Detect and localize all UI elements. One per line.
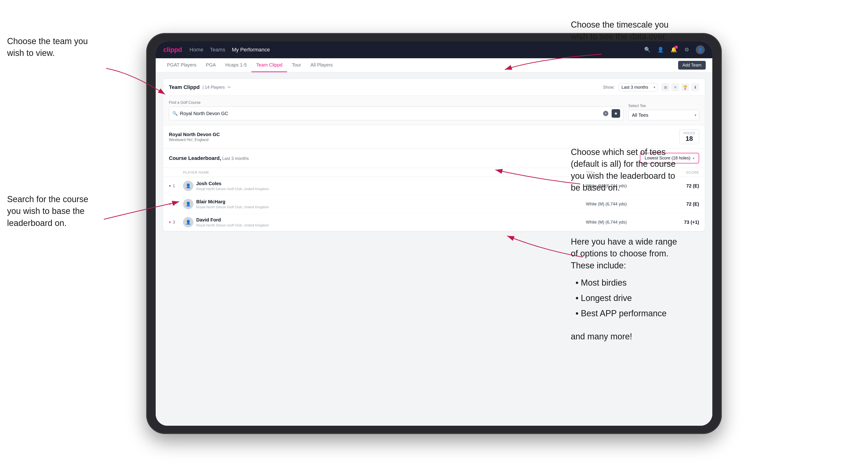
annotation-score-options: Here you have a wide range of options to… <box>571 236 677 342</box>
holes-label: Holes <box>683 131 695 135</box>
edit-icon[interactable]: ✏ <box>228 85 231 90</box>
search-row: Find a Golf Course 🔍 ✕ ★ Select Tee <box>169 100 699 120</box>
tee-cell-2: White (M) (6,744 yds) <box>586 201 657 207</box>
show-select[interactable]: Last 3 months Last 6 months Last 12 mont… <box>618 83 658 91</box>
course-result-location: Westward Ho!, England <box>169 138 220 142</box>
tablet-shell: clippd Home Teams My Performance 🔍 👤 🔔 1… <box>146 33 722 434</box>
player-info-2: Blair McHarg Royal North Devon Golf Club… <box>196 199 269 209</box>
player-club-3: Royal North Devon Golf Club, United King… <box>196 223 269 227</box>
sub-nav-hcaps[interactable]: Hcaps 1-5 <box>220 58 251 72</box>
player-club-2: Royal North Devon Golf Club, United King… <box>196 205 269 209</box>
player-info-1: Josh Coles Royal North Devon Golf Club, … <box>196 181 269 191</box>
sub-nav-all-players[interactable]: All Players <box>306 58 337 72</box>
find-course-label: Find a Golf Course <box>169 100 624 105</box>
score-cell-2: 72 (E) <box>657 201 699 207</box>
player-cell-1: 👤 Josh Coles Royal North Devon Golf Club… <box>183 181 586 191</box>
settings-icon[interactable]: ⚙ <box>683 45 691 54</box>
sub-navbar: PGAT Players PGA Hcaps 1-5 Team Clippd T… <box>156 58 712 72</box>
annotation-team-view: Choose the team you wish to view. <box>7 35 88 59</box>
player-name-1: Josh Coles <box>196 181 269 186</box>
navbar-icons: 🔍 👤 🔔 1 ⚙ 👤 <box>643 45 705 54</box>
search-magnifier-icon: 🔍 <box>173 111 178 116</box>
player-cell-2: 👤 Blair McHarg Royal North Devon Golf Cl… <box>183 199 586 209</box>
table-row: ♥ 3 👤 David Ford Royal North Devon Golf … <box>163 213 705 231</box>
search-icon[interactable]: 🔍 <box>643 45 651 54</box>
player-avatar-2: 👤 <box>183 199 193 209</box>
sub-nav-pgat[interactable]: PGAT Players <box>162 58 201 72</box>
team-info: Team Clippd | 14 Players ✏ <box>169 84 231 90</box>
heart-icon: ♥ <box>169 202 171 206</box>
heart-icon: ♥ <box>169 184 171 188</box>
bullet-birdies: • Most birdies <box>576 275 677 290</box>
player-club-1: Royal North Devon Golf Club, United King… <box>196 187 269 191</box>
nav-teams[interactable]: Teams <box>210 46 225 54</box>
view-icons: ⊞ ≡ 🏆 ⬇ <box>661 83 699 91</box>
nav-home[interactable]: Home <box>189 46 203 54</box>
list-view-button[interactable]: ≡ <box>671 83 679 91</box>
player-avatar-1: 👤 <box>183 181 193 191</box>
bell-icon[interactable]: 🔔 1 <box>670 45 678 54</box>
trophy-view-button[interactable]: 🏆 <box>681 83 689 91</box>
course-result-info: Royal North Devon GC Westward Ho!, Engla… <box>169 132 220 142</box>
search-section: Find a Golf Course 🔍 ✕ ★ Select Tee <box>163 96 705 125</box>
rank-number-2: 1 <box>173 201 175 207</box>
leaderboard-title: Course Leaderboard, <box>169 155 221 161</box>
tee-cell-3: White (M) (6,744 yds) <box>586 220 657 225</box>
add-team-button[interactable]: Add Team <box>678 61 706 69</box>
bullet-drive: • Longest drive <box>576 290 677 306</box>
col-rank-header <box>169 170 183 174</box>
chevron-down-icon: ▾ <box>693 156 694 160</box>
annotation-course-search: Search for the course you wish to base t… <box>7 193 88 229</box>
col-player-header: PLAYER NAME <box>183 170 586 174</box>
sub-nav-tour[interactable]: Tour <box>287 58 306 72</box>
tee-select-group: Select Tee All Tees White (M) Yellow (M)… <box>628 104 699 120</box>
grid-view-button[interactable]: ⊞ <box>661 83 670 91</box>
rank-cell-2: ♥ 1 <box>169 201 183 207</box>
rank-number-1: 1 <box>173 184 175 188</box>
profile-icon[interactable]: 👤 <box>656 45 665 54</box>
show-select-wrapper: Last 3 months Last 6 months Last 12 mont… <box>618 83 658 91</box>
player-info-3: David Ford Royal North Devon Golf Club, … <box>196 217 269 227</box>
favorite-button[interactable]: ★ <box>612 109 620 118</box>
navbar-links: Home Teams My Performance <box>189 46 636 54</box>
course-result-name: Royal North Devon GC <box>169 132 220 137</box>
course-result: Royal North Devon GC Westward Ho!, Engla… <box>163 125 705 149</box>
notification-badge: 1 <box>675 45 678 49</box>
download-button[interactable]: ⬇ <box>691 83 699 91</box>
course-search-input[interactable] <box>180 111 601 116</box>
show-controls: Show: Last 3 months Last 6 months Last 1… <box>603 83 699 91</box>
brand-logo: clippd <box>163 46 182 54</box>
rank-cell-1: ♥ 1 <box>169 184 183 188</box>
table-row: ♥ 1 👤 Blair McHarg Royal North Devon Gol… <box>163 195 705 213</box>
sub-nav-team-clippd[interactable]: Team Clippd <box>251 58 287 72</box>
annotation-timescale: Choose the timescale you wish to see the… <box>571 19 669 43</box>
player-cell-3: 👤 David Ford Royal North Devon Golf Club… <box>183 217 586 227</box>
player-name-3: David Ford <box>196 217 269 223</box>
leaderboard-subtitle: Last 3 months <box>222 156 249 161</box>
annotation-tees: Choose which set of tees (default is all… <box>571 146 676 194</box>
tablet-screen: clippd Home Teams My Performance 🔍 👤 🔔 1… <box>156 41 712 426</box>
rank-cell-3: ♥ 3 <box>169 220 183 225</box>
tee-select[interactable]: All Tees White (M) Yellow (M) Red (L) <box>628 110 699 120</box>
show-label: Show: <box>603 85 615 90</box>
course-search-input-wrapper: 🔍 ✕ ★ <box>169 106 624 120</box>
tee-select-wrapper: All Tees White (M) Yellow (M) Red (L) <box>628 110 699 120</box>
holes-box: Holes 18 <box>679 129 699 144</box>
course-search-group: Find a Golf Course 🔍 ✕ ★ <box>169 100 624 120</box>
bullet-app: • Best APP performance <box>576 306 677 321</box>
player-count: | 14 Players <box>203 85 225 90</box>
sub-nav-pga[interactable]: PGA <box>201 58 220 72</box>
clear-search-button[interactable]: ✕ <box>603 111 608 116</box>
card-header: Team Clippd | 14 Players ✏ Show: Last 3 … <box>163 79 705 96</box>
navbar: clippd Home Teams My Performance 🔍 👤 🔔 1… <box>156 41 712 58</box>
select-tee-label: Select Tee <box>628 104 699 108</box>
holes-number: 18 <box>683 135 695 143</box>
and-more-text: and many more! <box>571 331 677 342</box>
team-name: Team Clippd <box>169 84 199 90</box>
nav-my-performance[interactable]: My Performance <box>232 46 270 54</box>
score-cell-3: 73 (+1) <box>657 220 699 225</box>
leaderboard-title-area: Course Leaderboard, Last 3 months <box>169 155 249 161</box>
heart-icon: ♥ <box>169 220 171 224</box>
player-avatar-3: 👤 <box>183 217 193 227</box>
user-avatar[interactable]: 👤 <box>696 45 705 54</box>
